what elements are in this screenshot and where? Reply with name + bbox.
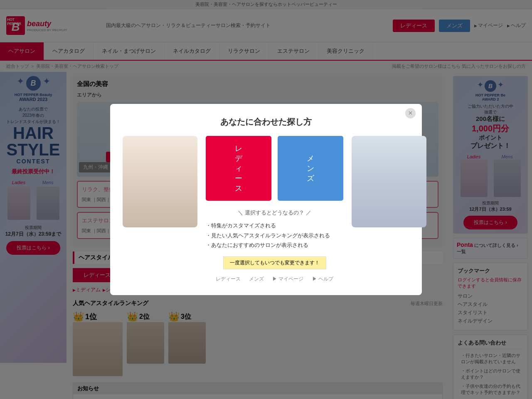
modal-feature2: ・見たい人気ヘアスタイルランキングが表示される	[206, 231, 343, 240]
modal-dialog: × あなたに合わせた探し方 レディース メンズ ＼ 選択するとどうなるの？ ／ …	[110, 104, 422, 295]
modal-title: あなたに合わせた探し方	[123, 116, 409, 128]
modal-footer-links: レディース メンズ ▶ マイページ ▶ ヘルプ	[206, 276, 343, 283]
modal-note: 一度選択してもいつでも変更できます！	[223, 256, 326, 269]
modal-close-button[interactable]: ×	[405, 108, 416, 118]
modal-link-ladies[interactable]: レディース	[216, 276, 241, 283]
modal-ladies-button[interactable]: レディース	[206, 136, 271, 201]
modal-feature3: ・あなたにおすすめのサロンが表示される	[206, 240, 343, 250]
modal-overlay[interactable]: × あなたに合わせた探し方 レディース メンズ ＼ 選択するとどうなるの？ ／ …	[0, 0, 532, 399]
modal-question: ＼ 選択するとどうなるの？ ／	[206, 209, 343, 217]
modal-description: ・特集がカスタマイズされる ・見たい人気ヘアスタイルランキングが表示される ・あ…	[206, 221, 343, 250]
modal-link-help[interactable]: ▶ ヘルプ	[312, 276, 333, 283]
modal-mens-photo	[352, 136, 426, 227]
modal-feature1: ・特集がカスタマイズされる	[206, 221, 343, 230]
modal-link-mens[interactable]: メンズ	[249, 276, 264, 283]
modal-mens-button[interactable]: メンズ	[278, 136, 343, 201]
modal-link-mypage[interactable]: ▶ マイページ	[272, 276, 303, 283]
modal-buttons: レディース メンズ	[206, 136, 343, 201]
modal-ladies-photo	[123, 136, 197, 227]
